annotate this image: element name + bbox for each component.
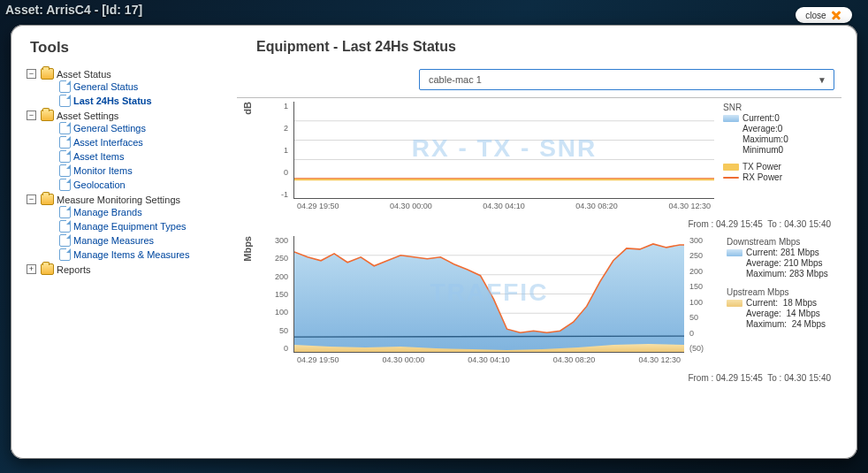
chart2-plot[interactable]: TRAFFIC: [293, 236, 684, 353]
chart-traffic: Mbps 300 250 200 150 100 50 0: [242, 236, 836, 364]
chart1-plot[interactable]: RX - TX - SNR: [293, 102, 714, 199]
expander-icon[interactable]: −: [27, 69, 36, 79]
file-icon: [59, 122, 71, 134]
file-icon: [59, 220, 71, 233]
close-label: close: [805, 11, 826, 20]
folder-icon: [41, 68, 54, 80]
chevron-down-icon: ▼: [818, 75, 826, 85]
main-panel: Tools − Asset Status General Status Last…: [11, 25, 857, 459]
chart2-ylabel: Mbps: [242, 236, 258, 262]
file-icon: [59, 150, 71, 163]
file-icon: [59, 164, 71, 177]
folder-icon: [41, 263, 54, 275]
tree-item-last24-status[interactable]: Last 24Hs Status: [73, 95, 152, 106]
expander-icon[interactable]: −: [27, 195, 36, 204]
file-icon: [59, 179, 71, 191]
tree-group-asset-status[interactable]: Asset Status: [57, 69, 111, 80]
tree-item-manage-measures[interactable]: Manage Measures: [73, 235, 154, 246]
tree-group-measure-monitoring[interactable]: Measure Monitoring Settings: [57, 195, 180, 205]
tree-item-monitor-items[interactable]: Monitor Items: [73, 165, 133, 176]
close-button[interactable]: close: [796, 7, 852, 23]
close-icon: [830, 9, 842, 21]
tree-item-general-status[interactable]: General Status: [73, 81, 138, 92]
chart2-legend: Downstream Mbps Current: 281 Mbps Averag…: [723, 236, 836, 330]
file-icon: [59, 248, 71, 261]
sidebar-heading: Tools: [27, 39, 226, 57]
main-content: Equipment - Last 24Hs Status cable-mac 1…: [233, 39, 841, 443]
window-title: Asset: ArrisC4 - [Id: 17]: [5, 3, 142, 17]
file-icon: [59, 80, 71, 93]
tree-item-geolocation[interactable]: Geolocation: [73, 179, 126, 190]
chart1-ylabel: dB: [242, 102, 258, 115]
tree-item-asset-interfaces[interactable]: Asset Interfaces: [73, 137, 143, 148]
chart1-timerange: From : 04.29 15:45 To : 04.30 15:40: [242, 217, 836, 236]
tree-item-manage-brands[interactable]: Manage Brands: [73, 207, 142, 217]
folder-icon: [41, 194, 54, 205]
file-icon: [59, 95, 71, 107]
tree-item-manage-equipment-types[interactable]: Manage Equipment Types: [73, 221, 187, 232]
interface-selector-value: cable-mac 1: [429, 74, 818, 85]
file-icon: [59, 206, 71, 218]
chart-area: dB 1 2 1 0 -1: [237, 97, 841, 393]
nav-tree: − Asset Status General Status Last 24Hs …: [27, 67, 226, 276]
sidebar: Tools − Asset Status General Status Last…: [27, 39, 226, 443]
tree-group-reports[interactable]: Reports: [57, 264, 91, 275]
interface-selector[interactable]: cable-mac 1 ▼: [419, 69, 834, 90]
tree-item-asset-items[interactable]: Asset Items: [73, 151, 124, 162]
chart2-timerange: From : 04.29 15:45 To : 04.30 15:40: [242, 371, 836, 390]
chart-rx-tx-snr: dB 1 2 1 0 -1: [242, 102, 836, 210]
file-icon: [59, 234, 71, 247]
tree-item-general-settings[interactable]: General Settings: [73, 123, 146, 134]
page-title: Equipment - Last 24Hs Status: [233, 39, 841, 55]
chart1-legend: SNR Current:0 Average:0 Maximum:0 Minimu…: [720, 102, 836, 183]
file-icon: [59, 136, 71, 149]
expander-icon[interactable]: −: [27, 111, 36, 120]
expander-icon[interactable]: +: [27, 264, 36, 274]
tree-item-manage-items-measures[interactable]: Manage Items & Measures: [73, 249, 189, 260]
folder-icon: [41, 110, 54, 121]
tree-group-asset-settings[interactable]: Asset Settings: [57, 111, 118, 121]
